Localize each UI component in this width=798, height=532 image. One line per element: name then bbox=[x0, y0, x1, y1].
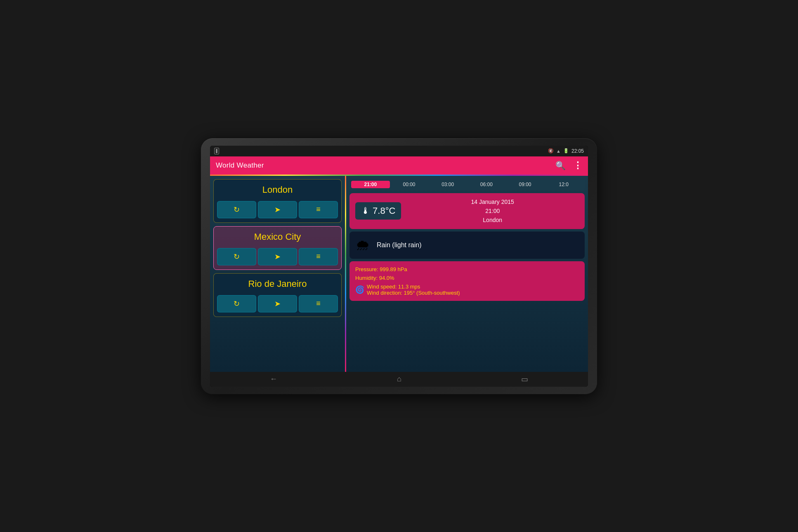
wind-stat: 🌀 Wind speed: 11.3 mps Wind direction: 1… bbox=[355, 284, 579, 296]
city-actions-rio: ↻ ➤ ≡ bbox=[214, 293, 341, 317]
status-bar-left bbox=[214, 148, 219, 154]
overflow-menu-icon[interactable]: ⋮ bbox=[573, 160, 582, 171]
city-name-mexico-city: Mexico City bbox=[214, 227, 341, 246]
stats-card: Pressure: 999.89 hPa Humidity: 94.0% 🌀 W… bbox=[349, 261, 585, 301]
humidity-label: Humidity: 94.0% bbox=[355, 275, 394, 281]
share-btn-mexico[interactable]: ➤ bbox=[258, 248, 297, 265]
rain-icon: 🌧 bbox=[355, 236, 370, 254]
status-bar: 🔇 ▲ 🔋 22:05 bbox=[210, 146, 588, 156]
clock: 22:05 bbox=[571, 148, 584, 154]
wifi-icon: ▲ bbox=[556, 149, 561, 154]
city-card-mexico-city[interactable]: Mexico City ↻ ➤ ≡ bbox=[213, 226, 342, 270]
timeline-2100[interactable]: 21:00 bbox=[351, 181, 390, 188]
condition-card: 🌧 Rain (light rain) bbox=[349, 232, 585, 259]
nav-bar: ← ⌂ ▭ bbox=[210, 372, 588, 387]
refresh-btn-mexico[interactable]: ↻ bbox=[217, 248, 256, 265]
weather-city: London bbox=[406, 215, 579, 225]
refresh-btn-london[interactable]: ↻ bbox=[217, 201, 256, 218]
wind-tornado-icon: 🌀 bbox=[355, 285, 364, 294]
city-card-london[interactable]: London ↻ ➤ ≡ bbox=[213, 179, 342, 223]
share-btn-london[interactable]: ➤ bbox=[258, 201, 297, 218]
condition-label: Rain (light rain) bbox=[377, 241, 421, 249]
timeline: 21:00 00:00 03:00 06:00 09:00 12:0 bbox=[349, 178, 585, 191]
pressure-stat: Pressure: 999.89 hPa bbox=[355, 266, 579, 272]
tablet-screen: 🔇 ▲ 🔋 22:05 World Weather 🔍 ⋮ London bbox=[210, 146, 588, 387]
city-card-rio[interactable]: Rio de Janeiro ↻ ➤ ≡ bbox=[213, 273, 342, 317]
humidity-stat: Humidity: 94.0% bbox=[355, 275, 579, 281]
wind-direction-label: Wind direction: 195° (South-southwest) bbox=[367, 290, 460, 296]
city-actions-mexico-city: ↻ ➤ ≡ bbox=[214, 246, 341, 270]
timeline-0000[interactable]: 00:00 bbox=[390, 181, 429, 188]
refresh-btn-rio[interactable]: ↻ bbox=[217, 295, 256, 312]
search-icon[interactable]: 🔍 bbox=[555, 161, 566, 170]
tablet-device: 🔇 ▲ 🔋 22:05 World Weather 🔍 ⋮ London bbox=[201, 138, 597, 394]
app-title: World Weather bbox=[216, 161, 264, 170]
back-button[interactable]: ← bbox=[270, 375, 277, 383]
city-name-rio: Rio de Janeiro bbox=[214, 274, 341, 293]
main-content: London ↻ ➤ ≡ Mexico City ↻ ➤ ≡ bbox=[210, 175, 588, 372]
timeline-0600[interactable]: 06:00 bbox=[467, 181, 506, 188]
timeline-0300[interactable]: 03:00 bbox=[428, 181, 467, 188]
recents-button[interactable]: ▭ bbox=[521, 375, 528, 384]
pressure-label: Pressure: 999.89 hPa bbox=[355, 266, 407, 272]
battery-icon: 🔋 bbox=[563, 148, 569, 154]
city-name-london: London bbox=[214, 180, 341, 199]
menu-btn-london[interactable]: ≡ bbox=[299, 201, 338, 218]
temp-date-card: 🌡 7.8°C 14 January 2015 21:00 London bbox=[349, 193, 585, 229]
app-bar-actions: 🔍 ⋮ bbox=[555, 160, 582, 171]
status-bar-right: 🔇 ▲ 🔋 22:05 bbox=[548, 148, 584, 154]
city-list: London ↻ ➤ ≡ Mexico City ↻ ➤ ≡ bbox=[210, 176, 346, 372]
temperature-display: 🌡 7.8°C bbox=[355, 202, 401, 220]
timeline-0900[interactable]: 09:00 bbox=[506, 181, 545, 188]
weather-time: 21:00 bbox=[406, 206, 579, 215]
weather-detail-panel: 21:00 00:00 03:00 06:00 09:00 12:0 🌡 7.8… bbox=[346, 176, 588, 372]
wind-info: Wind speed: 11.3 mps Wind direction: 195… bbox=[367, 284, 460, 296]
mute-icon: 🔇 bbox=[548, 148, 554, 154]
home-button[interactable]: ⌂ bbox=[397, 375, 401, 383]
tablet-icon bbox=[214, 148, 219, 154]
wind-speed-label: Wind speed: 11.3 mps bbox=[367, 284, 460, 290]
share-btn-rio[interactable]: ➤ bbox=[258, 295, 297, 312]
app-bar: World Weather 🔍 ⋮ bbox=[210, 156, 588, 175]
city-actions-london: ↻ ➤ ≡ bbox=[214, 199, 341, 222]
timeline-1200[interactable]: 12:0 bbox=[544, 181, 583, 188]
weather-date: 14 January 2015 bbox=[406, 197, 579, 206]
menu-btn-mexico[interactable]: ≡ bbox=[299, 248, 338, 265]
weather-date-info: 14 January 2015 21:00 London bbox=[406, 197, 579, 225]
temperature-text: 🌡 7.8°C bbox=[361, 206, 395, 216]
menu-btn-rio[interactable]: ≡ bbox=[299, 295, 338, 312]
